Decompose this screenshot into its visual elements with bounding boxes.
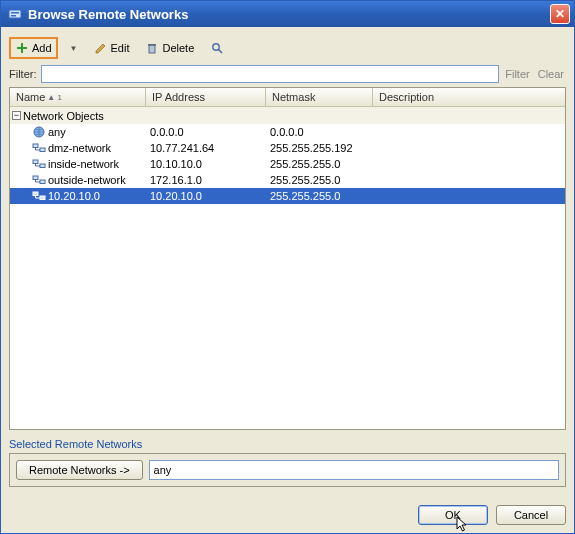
selected-section-title: Selected Remote Networks	[9, 438, 566, 450]
edit-label: Edit	[111, 42, 130, 54]
cell-ip: 0.0.0.0	[146, 126, 266, 138]
sort-indicator: ▲ 1	[47, 93, 62, 102]
svg-rect-13	[40, 164, 45, 168]
column-netmask[interactable]: Netmask	[266, 88, 373, 106]
add-dropdown[interactable]: ▼	[62, 40, 84, 57]
cell-name: 10.20.10.0	[10, 189, 146, 203]
svg-rect-16	[33, 192, 38, 196]
ok-button[interactable]: OK	[418, 505, 488, 525]
cell-name: dmz-network	[10, 141, 146, 155]
filter-input[interactable]	[41, 65, 500, 83]
column-ip[interactable]: IP Address	[146, 88, 266, 106]
row-name-text: outside-network	[48, 174, 126, 186]
cell-ip: 172.16.1.0	[146, 174, 266, 186]
globe-icon	[32, 125, 46, 139]
row-name-text: any	[48, 126, 66, 138]
row-name-text: 10.20.10.0	[48, 190, 100, 202]
cell-netmask: 255.255.255.0	[266, 190, 373, 202]
group-row[interactable]: − Network Objects	[10, 107, 565, 124]
svg-rect-4	[17, 47, 27, 49]
svg-rect-14	[33, 176, 38, 180]
cell-ip: 10.20.10.0	[146, 190, 266, 202]
delete-button[interactable]: Delete	[139, 37, 200, 59]
cell-netmask: 0.0.0.0	[266, 126, 373, 138]
row-name-text: inside-network	[48, 158, 119, 170]
cell-name: any	[10, 125, 146, 139]
close-button[interactable]: ✕	[550, 4, 570, 24]
network-icon	[32, 173, 46, 187]
svg-rect-10	[33, 144, 38, 148]
svg-point-7	[213, 43, 219, 49]
column-name[interactable]: Name ▲ 1	[10, 88, 146, 106]
search-icon	[210, 41, 224, 55]
add-button[interactable]: Add	[9, 37, 58, 59]
toolbar: Add ▼ Edit Delete	[9, 35, 566, 65]
svg-rect-6	[148, 44, 156, 46]
dialog-footer: OK Cancel	[1, 495, 574, 533]
cell-ip: 10.77.241.64	[146, 142, 266, 154]
collapse-toggle[interactable]: −	[12, 111, 21, 120]
assign-button[interactable]: Remote Networks ->	[16, 460, 143, 480]
table-row[interactable]: any0.0.0.00.0.0.0	[10, 124, 565, 140]
svg-line-8	[218, 49, 222, 53]
table-row[interactable]: dmz-network10.77.241.64255.255.255.192	[10, 140, 565, 156]
filter-apply-button[interactable]: Filter	[503, 67, 531, 81]
trash-icon	[145, 41, 159, 55]
svg-rect-2	[11, 15, 16, 17]
filter-clear-button[interactable]: Clear	[536, 67, 566, 81]
network-grid: Name ▲ 1 IP Address Netmask Description …	[9, 87, 566, 430]
group-label: Network Objects	[23, 110, 104, 122]
chevron-down-icon: ▼	[70, 44, 78, 53]
svg-rect-15	[40, 180, 45, 184]
grid-body[interactable]: − Network Objects any0.0.0.00.0.0.0dmz-n…	[10, 107, 565, 429]
table-row[interactable]: outside-network172.16.1.0255.255.255.0	[10, 172, 565, 188]
window-title: Browse Remote Networks	[28, 7, 550, 22]
row-name-text: dmz-network	[48, 142, 111, 154]
delete-label: Delete	[162, 42, 194, 54]
filter-label: Filter:	[9, 68, 37, 80]
selected-value-input[interactable]	[149, 460, 559, 480]
svg-rect-11	[40, 148, 45, 152]
cell-name: outside-network	[10, 173, 146, 187]
content-area: Add ▼ Edit Delete Fi	[1, 27, 574, 495]
plus-icon	[15, 41, 29, 55]
svg-rect-5	[149, 45, 155, 53]
svg-rect-17	[40, 196, 45, 200]
column-name-label: Name	[16, 91, 45, 103]
cell-ip: 10.10.10.0	[146, 158, 266, 170]
grid-header: Name ▲ 1 IP Address Netmask Description	[10, 88, 565, 107]
selected-panel: Remote Networks ->	[9, 453, 566, 487]
svg-rect-1	[11, 12, 19, 14]
find-button[interactable]	[204, 37, 230, 59]
column-description[interactable]: Description	[373, 88, 565, 106]
network-icon	[32, 157, 46, 171]
titlebar: Browse Remote Networks ✕	[1, 1, 574, 27]
table-row[interactable]: inside-network10.10.10.0255.255.255.0	[10, 156, 565, 172]
filter-row: Filter: Filter Clear	[9, 65, 566, 83]
edit-button[interactable]: Edit	[88, 37, 136, 59]
svg-rect-12	[33, 160, 38, 164]
app-icon	[7, 6, 23, 22]
pencil-icon	[94, 41, 108, 55]
network-icon	[32, 189, 46, 203]
cell-name: inside-network	[10, 157, 146, 171]
cancel-button[interactable]: Cancel	[496, 505, 566, 525]
cell-netmask: 255.255.255.192	[266, 142, 373, 154]
table-row[interactable]: 10.20.10.010.20.10.0255.255.255.0	[10, 188, 565, 204]
network-icon	[32, 141, 46, 155]
cell-netmask: 255.255.255.0	[266, 158, 373, 170]
cell-netmask: 255.255.255.0	[266, 174, 373, 186]
dialog-window: Browse Remote Networks ✕ Add ▼ Edit	[0, 0, 575, 534]
add-label: Add	[32, 42, 52, 54]
svg-rect-0	[9, 10, 21, 18]
